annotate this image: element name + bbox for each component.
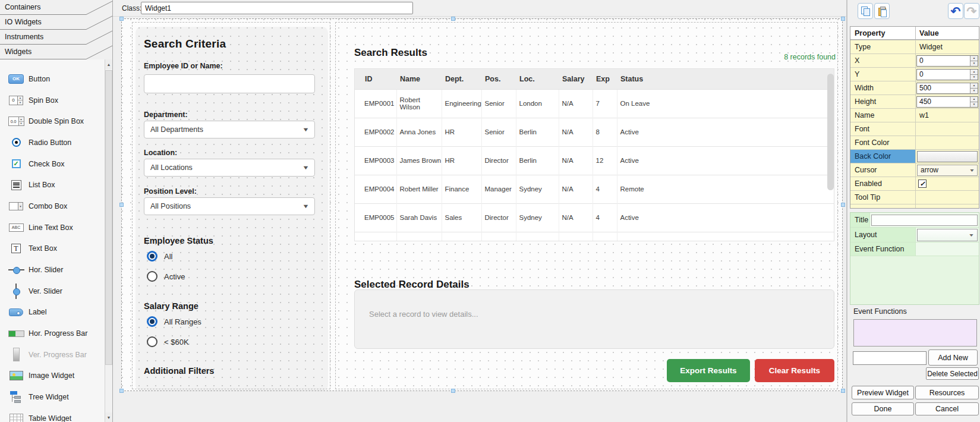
- spin-down-icon[interactable]: ▼: [970, 61, 978, 66]
- palette-item-radio-button[interactable]: Radio Button: [0, 132, 105, 153]
- property-row-layout[interactable]: Layout ▼: [850, 228, 979, 243]
- resize-handle[interactable]: [841, 389, 845, 393]
- property-row-tool-tip[interactable]: Tool Tip: [850, 190, 979, 204]
- cursor-select[interactable]: arrow▼: [917, 165, 978, 176]
- spin-down-icon[interactable]: ▼: [970, 89, 978, 93]
- column-header[interactable]: ID: [355, 69, 396, 89]
- event-function-name-input[interactable]: [853, 351, 927, 365]
- property-row-back-color[interactable]: Back Color: [850, 149, 979, 163]
- department-select[interactable]: All Departments ▼: [144, 121, 315, 138]
- resize-handle[interactable]: [451, 17, 455, 21]
- designed-widget-surface[interactable]: Search Criteria Employee ID or Name: Dep…: [121, 18, 843, 391]
- design-canvas[interactable]: Search Criteria Employee ID or Name: Dep…: [113, 16, 846, 422]
- property-row-title[interactable]: Title: [850, 213, 979, 228]
- done-button[interactable]: Done: [852, 402, 914, 415]
- palette-item-text-box[interactable]: T Text Box: [0, 238, 105, 260]
- radio-unselected-icon[interactable]: [147, 336, 157, 347]
- undo-button[interactable]: ↶: [948, 3, 963, 19]
- title-input[interactable]: [871, 215, 978, 226]
- table-scrollbar-thumb[interactable]: [827, 74, 834, 190]
- radio-selected-icon[interactable]: [147, 316, 157, 327]
- table-row[interactable]: EMP0001 Robert Wilson Engineering Senior…: [355, 89, 834, 118]
- column-header[interactable]: Salary: [559, 69, 593, 89]
- paste-button[interactable]: [874, 3, 890, 19]
- resize-handle[interactable]: [119, 389, 124, 393]
- table-row[interactable]: EMP0002 Anna Jones HR Senior Berlin N/A …: [355, 118, 834, 146]
- spin-up-icon[interactable]: ▲: [970, 56, 978, 61]
- spin-up-icon[interactable]: ▲: [970, 97, 978, 102]
- palette-item-hor-progress-bar[interactable]: Hor. Progress Bar: [0, 323, 105, 344]
- property-row-width[interactable]: Width 500▲▼: [850, 81, 979, 95]
- status-radio-all[interactable]: All: [147, 250, 172, 262]
- palette-item-table-widget[interactable]: Table Widget: [0, 408, 105, 422]
- palette-item-ver-slider[interactable]: Ver. Slider: [0, 281, 105, 302]
- palette-item-check-box[interactable]: ✓ Check Box: [0, 153, 105, 175]
- salary-radio-all-ranges[interactable]: All Ranges: [147, 316, 201, 327]
- clear-results-button[interactable]: Clear Results: [755, 359, 834, 382]
- property-row-name[interactable]: Name w1: [850, 108, 979, 122]
- property-row-height[interactable]: Height 450▲▼: [850, 95, 979, 108]
- palette-scrollbar[interactable]: ▲ ▼: [105, 59, 112, 422]
- width-spinbox[interactable]: 500▲▼: [916, 83, 978, 94]
- property-row-enabled[interactable]: Enabled ✓: [850, 177, 979, 190]
- height-spinbox[interactable]: 450▲▼: [916, 96, 978, 108]
- column-header[interactable]: Exp: [593, 69, 617, 89]
- resize-handle[interactable]: [841, 17, 845, 21]
- property-row-event-function[interactable]: Event Function: [850, 243, 979, 256]
- property-row-font[interactable]: Font: [850, 122, 979, 136]
- employee-id-input[interactable]: [144, 74, 315, 93]
- radio-unselected-icon[interactable]: [147, 271, 157, 282]
- spin-up-icon[interactable]: ▲: [970, 70, 978, 75]
- palette-tab-widgets[interactable]: Widgets: [0, 45, 112, 59]
- palette-item-tree-widget[interactable]: Tree Widget: [0, 386, 105, 408]
- radio-selected-icon[interactable]: [147, 251, 157, 262]
- x-spinbox[interactable]: 0▲▼: [916, 55, 978, 67]
- layout-select[interactable]: ▼: [917, 229, 978, 241]
- resize-handle[interactable]: [451, 389, 455, 393]
- palette-scrollbar-thumb[interactable]: [105, 70, 112, 365]
- enabled-checkbox[interactable]: ✓: [918, 179, 927, 188]
- table-row[interactable]: EMP0003 James Brown HR Director Berlin N…: [355, 146, 834, 175]
- palette-item-button[interactable]: OK Button: [0, 68, 105, 90]
- column-header[interactable]: Loc.: [516, 69, 559, 89]
- spin-up-icon[interactable]: ▲: [970, 83, 978, 89]
- add-new-button[interactable]: Add New: [928, 349, 978, 366]
- palette-tab-io-widgets[interactable]: IO Widgets: [0, 15, 112, 30]
- salary-radio-under-60k[interactable]: < $60K: [147, 336, 189, 348]
- palette-tab-instruments[interactable]: Instruments: [0, 30, 112, 45]
- palette-item-double-spin-box[interactable]: 0.0▲▼ Double Spin Box: [0, 111, 105, 132]
- column-header[interactable]: Pos.: [481, 69, 516, 89]
- table-row[interactable]: EMP0005 Sarah Davis Sales Director Sydne…: [355, 203, 834, 232]
- class-name-input[interactable]: [141, 2, 413, 14]
- resize-handle[interactable]: [119, 203, 124, 207]
- spin-down-icon[interactable]: ▼: [970, 75, 978, 80]
- palette-item-image-widget[interactable]: Image Widget: [0, 366, 105, 387]
- palette-item-line-text-box[interactable]: ABC Line Text Box: [0, 217, 105, 238]
- spin-down-icon[interactable]: ▼: [970, 102, 978, 107]
- status-radio-active[interactable]: Active: [147, 270, 185, 282]
- palette-item-spin-box[interactable]: 0▲▼ Spin Box: [0, 90, 105, 111]
- column-header[interactable]: Name: [396, 69, 442, 89]
- resize-handle[interactable]: [119, 17, 124, 21]
- location-select[interactable]: All Locations ▼: [144, 159, 315, 177]
- scroll-down-icon[interactable]: ▼: [105, 412, 112, 422]
- event-functions-list[interactable]: [853, 319, 977, 347]
- property-row-x[interactable]: X 0▲▼: [850, 53, 979, 67]
- palette-item-hor-slider[interactable]: Hor. Slider: [0, 259, 105, 281]
- palette-item-label-widget[interactable]: Label: [0, 302, 105, 323]
- redo-button[interactable]: ↷: [964, 3, 979, 19]
- property-row-y[interactable]: Y 0▲▼: [850, 67, 979, 81]
- table-row[interactable]: EMP0004 Robert Miller Finance Manager Sy…: [355, 175, 834, 203]
- scroll-up-icon[interactable]: ▲: [105, 59, 112, 69]
- export-results-button[interactable]: Export Results: [667, 359, 750, 382]
- palette-item-list-box[interactable]: List Box: [0, 174, 105, 196]
- property-row-type[interactable]: Type Widget: [850, 40, 979, 53]
- cancel-button[interactable]: Cancel: [915, 402, 979, 415]
- position-select[interactable]: All Positions ▼: [144, 197, 315, 215]
- resources-button[interactable]: Resources: [915, 386, 979, 399]
- column-header[interactable]: Dept.: [442, 69, 481, 89]
- back-color-picker-button[interactable]: [917, 151, 978, 162]
- preview-widget-button[interactable]: Preview Widget: [852, 386, 914, 399]
- resize-handle[interactable]: [841, 203, 845, 207]
- delete-selected-button[interactable]: Delete Selected: [926, 367, 979, 380]
